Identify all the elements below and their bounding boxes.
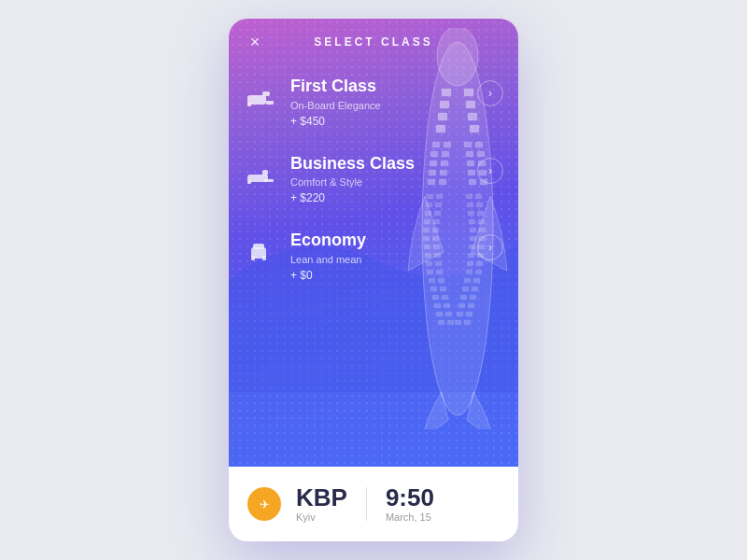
business-class-arrow[interactable]: › [477,158,503,184]
business-class-name: Business Class [290,154,477,175]
business-class-subtitle: Comfort & Style [290,176,477,188]
header: × SELECT CLASS [229,19,518,58]
svg-rect-96 [247,103,251,106]
svg-rect-74 [430,287,437,291]
close-button[interactable]: × [244,31,266,53]
airport-info: KBP Kyiv [296,485,347,523]
svg-rect-104 [262,256,266,260]
first-class-icon [244,78,277,112]
card-background: × SELECT CLASS [229,19,518,467]
economy-class-name: Economy [290,231,477,251]
first-class-item[interactable]: First Class On-Board Elegance + $450 › [244,77,503,128]
departure-time: 9:50 [386,485,434,510]
svg-rect-79 [442,295,448,300]
svg-rect-77 [472,287,478,291]
economy-class-icon [244,232,277,266]
economy-class-arrow[interactable]: › [477,234,503,260]
business-class-icon [244,156,277,189]
svg-rect-103 [251,256,255,260]
svg-rect-90 [438,320,444,325]
svg-rect-80 [460,295,467,300]
svg-rect-76 [462,287,469,291]
first-class-price: + $450 [290,115,477,128]
svg-rect-83 [444,303,450,308]
svg-rect-75 [440,287,446,291]
airline-logo: ✈ [247,487,281,521]
business-class-price: + $220 [290,191,477,204]
svg-rect-85 [468,303,474,308]
first-class-info: First Class On-Board Elegance + $450 [290,77,477,128]
first-class-name: First Class [290,77,477,97]
svg-rect-91 [447,320,454,325]
economy-class-item[interactable]: Economy Lean and mean + $0 › [244,231,503,282]
flight-info-footer: ✈ KBP Kyiv 9:50 March, 15 [229,467,518,541]
svg-rect-93 [464,320,471,325]
economy-class-price: + $0 [290,269,477,282]
city-name: Kyiv [296,511,347,523]
svg-rect-99 [262,170,268,175]
svg-rect-87 [445,312,452,316]
departure-date: March, 15 [386,511,434,523]
page-title: SELECT CLASS [314,35,432,49]
svg-rect-82 [434,303,441,308]
svg-rect-97 [266,101,274,105]
business-class-info: Business Class Comfort & Style + $220 [290,154,477,205]
economy-class-info: Economy Lean and mean + $0 [290,231,477,282]
business-class-item[interactable]: Business Class Comfort & Style + $220 › [244,154,503,205]
svg-rect-95 [262,91,270,96]
svg-rect-84 [458,303,465,308]
svg-rect-92 [455,320,461,325]
first-class-subtitle: On-Board Elegance [290,100,477,111]
svg-rect-101 [264,179,274,182]
svg-text:✈: ✈ [260,497,270,511]
select-class-card: × SELECT CLASS [229,19,518,541]
svg-rect-81 [470,295,476,300]
airport-code: KBP [296,485,347,510]
svg-rect-86 [436,312,443,316]
economy-class-subtitle: Lean and mean [290,254,477,265]
svg-rect-105 [253,244,264,249]
svg-rect-89 [466,312,472,316]
svg-rect-88 [457,312,463,316]
svg-rect-78 [432,295,439,300]
svg-rect-100 [247,180,251,184]
first-class-arrow[interactable]: › [477,80,503,106]
classes-container: First Class On-Board Elegance + $450 › [229,58,518,282]
footer-divider [366,487,367,521]
flight-time-info: 9:50 March, 15 [386,485,434,523]
